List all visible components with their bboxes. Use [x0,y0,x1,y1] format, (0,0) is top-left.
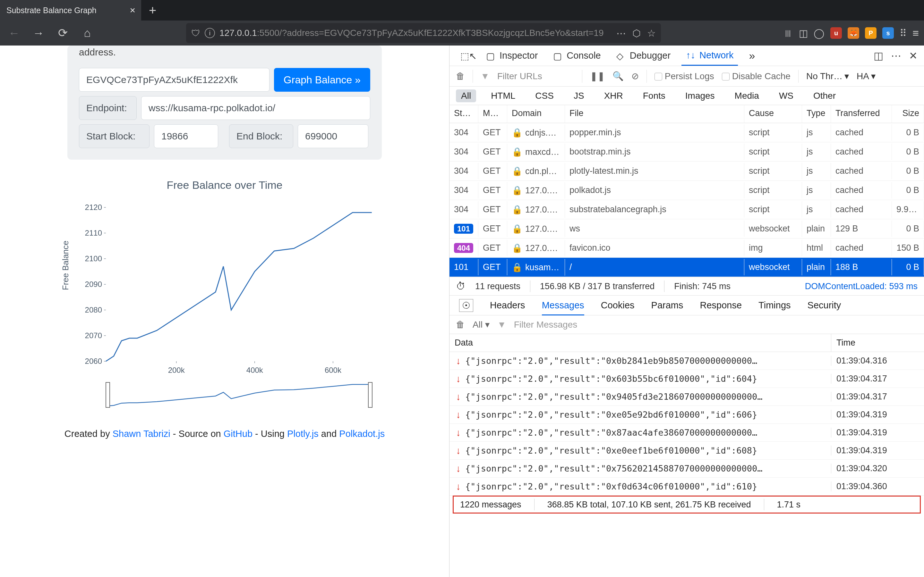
col-domain[interactable]: Domain [507,105,565,123]
subtab-cookies[interactable]: Cookies [601,300,635,311]
type-filter-ws[interactable]: WS [774,89,798,102]
type-filter-images[interactable]: Images [680,89,720,102]
shield-icon[interactable]: 🛡 [191,28,200,39]
message-row[interactable]: ↓{"jsonrpc":"2.0","result":"0xf0d634c06f… [449,478,924,496]
message-row[interactable]: ↓{"jsonrpc":"2.0","result":"0x7562021458… [449,460,924,478]
type-filter-other[interactable]: Other [808,89,841,102]
ext-blue-icon[interactable]: s [882,27,894,39]
type-filter-xhr[interactable]: XHR [599,89,628,102]
dock-icon[interactable]: ◫ [874,50,883,62]
library-icon[interactable]: ⫼ [783,27,793,39]
filter-urls-input[interactable]: Filter URLs [497,71,574,81]
search-icon[interactable]: 🔍 [612,71,624,81]
tab-network[interactable]: ↑↓Network [682,45,738,66]
type-filter-js[interactable]: JS [569,89,590,102]
message-row[interactable]: ↓{"jsonrpc":"2.0","result":"0xe05e92bd6f… [449,406,924,424]
trash-icon[interactable]: 🗑 [456,319,465,330]
col-data[interactable]: Data [449,334,831,351]
har-select[interactable]: HA ▾ [857,71,876,81]
devtools-more-icon[interactable]: ⋯ [891,50,901,62]
message-row[interactable]: ↓{"jsonrpc":"2.0","result":"0x0b2841eb9b… [449,352,924,370]
network-row[interactable]: 404GET🔒127.0.0.…favicon.icoimghtmlcached… [449,239,924,258]
pick-element-button[interactable]: ⬚↖ [456,45,475,66]
tab-inspector[interactable]: ▢Inspector [481,45,542,66]
trash-icon[interactable]: 🗑 [456,71,465,81]
type-filter-fonts[interactable]: Fonts [638,89,670,102]
type-filter-css[interactable]: CSS [530,89,559,102]
message-row[interactable]: ↓{"jsonrpc":"2.0","result":"0x87aac4afe3… [449,424,924,442]
address-input[interactable] [79,68,270,92]
type-filter-media[interactable]: Media [730,89,764,102]
start-block-input[interactable] [154,124,218,148]
puzzle-icon[interactable]: ⠿ [900,27,907,39]
url-bar[interactable]: 🛡 i 127.0.0.1:5500/?address=EGVQCe73TpFy… [186,23,661,43]
info-icon[interactable]: i [205,28,215,38]
end-block-input[interactable] [298,124,368,148]
browser-tab[interactable]: Substrate Balance Graph × [0,0,141,21]
summary-dcl: DOMContentLoaded: 593 ms [805,282,918,292]
message-row[interactable]: ↓{"jsonrpc":"2.0","result":"0xe0eef1be6f… [449,442,924,460]
col-time[interactable]: Time [831,334,924,351]
sidebar-icon[interactable]: ◫ [799,27,808,39]
filter-messages-input[interactable]: Filter Messages [514,319,577,330]
network-row[interactable]: 304GET🔒maxcdn…bootstrap.min.jsscriptjsca… [449,142,924,161]
col-method[interactable]: Me… [478,105,507,123]
more-icon[interactable]: ⋯ [616,27,626,39]
pause-icon[interactable]: ❚❚ [590,71,605,81]
plot-area[interactable]: Free Balance 206020702080209021002110212… [71,204,379,416]
network-row[interactable]: 304GET🔒cdnjs.cl…popper.min.jsscriptjscac… [449,123,924,142]
network-row[interactable]: 304GET🔒127.0.0.…polkadot.jsscriptjscache… [449,181,924,200]
ext-polkadot-icon[interactable]: P [865,27,877,39]
star-icon[interactable]: ☆ [647,27,656,39]
network-row[interactable]: 101GET🔒kusama…/websocketplain188 B0 B [449,258,924,277]
subtab-messages[interactable]: Messages [542,300,584,316]
subtab-response[interactable]: Response [700,300,742,311]
network-row[interactable]: 304GET🔒127.0.0.…substratebalancegraph.js… [449,200,924,219]
reload-button[interactable]: ⟳ [54,24,72,42]
plotly-link[interactable]: Plotly.js [287,429,318,439]
type-filter-html[interactable]: HTML [486,89,520,102]
subtab-security[interactable]: Security [808,300,841,311]
col-cause[interactable]: Cause [744,105,802,123]
subtab-params[interactable]: Params [651,300,683,311]
type-filter-all[interactable]: All [456,89,476,102]
new-tab-button[interactable]: + [141,3,164,18]
close-icon[interactable]: × [129,5,136,16]
msg-totals: 368.85 KB total, 107.10 KB sent, 261.75 … [548,500,751,510]
msg-filter-all[interactable]: All ▾ [473,319,489,330]
menu-icon[interactable]: ≡ [913,27,919,39]
message-row[interactable]: ↓{"jsonrpc":"2.0","result":"0x9405fd3e21… [449,388,924,406]
persist-logs-checkbox[interactable]: Persist Logs [654,71,714,81]
tab-debugger[interactable]: ◇Debugger [612,45,675,66]
subtab-headers[interactable]: Headers [490,300,525,311]
tabs-overflow[interactable]: » [744,45,759,66]
graph-balance-button[interactable]: Graph Balance » [274,68,370,92]
polkadot-link[interactable]: Polkadot.js [339,429,384,439]
throttle-select[interactable]: No Thr… ▾ [806,71,849,81]
col-status[interactable]: Sta… [449,105,478,123]
down-arrow-icon: ↓ [449,356,465,366]
col-transferred[interactable]: Transferred [831,105,892,123]
endpoint-input[interactable] [141,96,370,120]
network-row[interactable]: 304GET🔒cdn.plot…plotly-latest.min.jsscri… [449,161,924,181]
github-link[interactable]: GitHub [224,429,252,439]
disable-cache-checkbox[interactable]: Disable Cache [722,71,790,81]
tab-console[interactable]: ▢Console [549,45,605,66]
forward-button[interactable]: → [29,24,47,42]
col-type[interactable]: Type [802,105,831,123]
message-row[interactable]: ↓{"jsonrpc":"2.0","result":"0x603b55bc6f… [449,370,924,388]
devtools-close-icon[interactable]: ✕ [909,50,918,62]
home-button[interactable]: ⌂ [78,24,96,42]
pocket-icon[interactable]: ⬡ [632,27,641,39]
network-row[interactable]: 101GET🔒127.0.0.…wswebsocketplain129 B0 B [449,219,924,239]
ext-ublock-icon[interactable]: u [830,27,842,39]
col-size[interactable]: Size [892,105,924,123]
subtab-timings[interactable]: Timings [758,300,790,311]
account-icon[interactable]: ◯ [814,27,825,39]
svg-text:2060: 2060 [85,357,102,366]
details-target-icon[interactable]: ☉ [459,299,473,312]
block-icon[interactable]: ⊘ [632,71,639,81]
author-link[interactable]: Shawn Tabrizi [113,429,170,439]
col-file[interactable]: File [565,105,744,123]
ext-metamask-icon[interactable]: 🦊 [848,27,859,39]
